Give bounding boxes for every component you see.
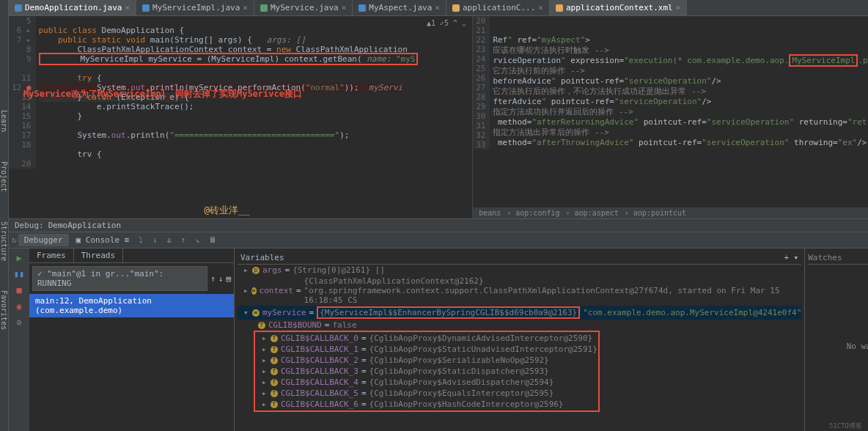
run-to-cursor-icon[interactable]: ↘ — [195, 235, 200, 245]
close-icon[interactable]: × — [125, 3, 130, 12]
sidetab-project[interactable]: Project — [0, 161, 8, 192]
var-cb6[interactable]: ▸f CGLIB$CALLBACK_6 = {CglibAopProxy$Has… — [256, 399, 597, 410]
frames-tab[interactable]: Frames — [29, 248, 74, 262]
no-watches: No watches — [808, 265, 868, 428]
var-cb4[interactable]: ▸f CGLIB$CALLBACK_4 = {CglibAopProxy$Adv… — [256, 377, 597, 388]
xml-icon — [556, 4, 563, 12]
code-area[interactable]: Ref" ref="myAspect"> 应该在哪些方法执行时触发 --> rv… — [490, 16, 868, 150]
step-out-icon[interactable]: ↑ — [181, 235, 186, 245]
console-tab[interactable]: ▣ Console ≡ — [70, 234, 136, 246]
variables-panel: Variables + ▾ ▸p args = {String[0]@2161}… — [235, 248, 868, 431]
tab-appctx2[interactable]: applicationContext.xml× — [550, 0, 687, 15]
interface-icon — [260, 4, 268, 12]
resume-icon[interactable]: ▶ — [16, 253, 21, 263]
xml-icon — [452, 4, 460, 12]
debug-sidebar: ▶ ▮▮ ■ ◉ ⊘ — [9, 248, 29, 431]
step-over-icon[interactable]: ⤵ — [139, 235, 143, 245]
var-context[interactable]: ▸≡ context = {ClassPathXmlApplicationCon… — [238, 276, 801, 306]
sidetab-favorites[interactable]: Favorites — [0, 290, 8, 330]
class-icon — [142, 4, 150, 12]
var-bound[interactable]: f CGLIB$BOUND = false — [238, 320, 801, 331]
tool-window-bar[interactable]: Learn Project Structure Favorites — [0, 0, 9, 431]
close-icon[interactable]: × — [435, 3, 440, 12]
sidetab-learn[interactable]: Learn — [0, 110, 8, 132]
var-myservice[interactable]: ▾≡ myService = {MyServiceImpl$$EnhancerB… — [238, 306, 801, 320]
pause-icon[interactable]: ▮▮ — [14, 269, 24, 279]
watches-hdr: Watches — [808, 251, 868, 265]
view-bp-icon[interactable]: ◉ — [16, 301, 21, 312]
left-editor[interactable]: ▲1 ✓5 ^ ⌄ 56 ▸7 ▸891112 ●13141516171820 … — [9, 16, 473, 218]
editor-tabs: DemoApplication.java× MyServiceImpl.java… — [9, 0, 868, 16]
sidetab-structure[interactable]: Structure — [0, 221, 8, 261]
gutter[interactable]: 2021222324252627282930313233 — [473, 16, 490, 150]
class-icon — [15, 4, 22, 12]
watermark: @砖业洋__ — [204, 204, 249, 217]
red-annotation: MyService改为了MyServiceImpl，同时去掉了实现MySeriv… — [23, 88, 302, 100]
restart-icon[interactable]: ↻ — [12, 235, 17, 245]
step-toolbar: ⤵ ↓ ⇊ ↑ ↘ 🖩 — [136, 235, 219, 245]
breadcrumb[interactable]: beans› aop:config› aop:aspect› aop:point… — [473, 207, 868, 218]
tab-myserviceimpl[interactable]: MyServiceImpl.java× — [136, 0, 254, 15]
next-frame-icon[interactable]: ↓ — [218, 274, 224, 284]
close-icon[interactable]: × — [342, 3, 347, 12]
var-cb0[interactable]: ▸f CGLIB$CALLBACK_0 = {CglibAopProxy$Dyn… — [256, 333, 597, 344]
var-cb1[interactable]: ▸f CGLIB$CALLBACK_1 = {CglibAopProxy$Sta… — [256, 344, 597, 355]
frames-panel: Frames Threads ✓ "main"@1 in gr..."main"… — [29, 248, 235, 431]
debug-config[interactable]: DemoApplication — [48, 221, 121, 230]
force-step-icon[interactable]: ⇊ — [166, 235, 172, 245]
debug-label: Debug: — [15, 221, 44, 230]
close-icon[interactable]: × — [538, 3, 543, 12]
close-icon[interactable]: × — [243, 3, 248, 12]
class-icon — [358, 4, 366, 12]
prev-frame-icon[interactable]: ↑ — [210, 274, 216, 284]
thread-selector[interactable]: ✓ "main"@1 in gr..."main": RUNNING — [32, 266, 207, 291]
watches-panel: Watches No watches — [804, 248, 868, 431]
right-editor[interactable]: ✓ 2021222324252627282930313233 Ref" ref=… — [473, 16, 868, 218]
var-cb5[interactable]: ▸f CGLIB$CALLBACK_5 = {CglibAopProxy$Equ… — [256, 388, 597, 399]
mute-bp-icon[interactable]: ⊘ — [16, 317, 21, 328]
variables-hdr: Variables — [240, 253, 284, 262]
var-cb3[interactable]: ▸f CGLIB$CALLBACK_3 = {CglibAopProxy$Sta… — [256, 366, 597, 377]
debug-panel: Debug: DemoApplication ⚙ — ↻ Debugger ▣ … — [9, 218, 868, 431]
evaluate-icon[interactable]: 🖩 — [209, 235, 217, 245]
close-icon[interactable]: × — [676, 3, 681, 12]
var-cb2[interactable]: ▸f CGLIB$CALLBACK_2 = {CglibAopProxy$Ser… — [256, 355, 597, 366]
tab-myservice[interactable]: MyService.java× — [254, 0, 353, 15]
tab-appctx1[interactable]: applicationC...× — [446, 0, 550, 15]
tab-myaspect[interactable]: MyAspect.java× — [353, 0, 446, 15]
stack-frame[interactable]: main:12, DemoApplication (com.example.de… — [29, 294, 234, 317]
debugger-tab[interactable]: Debugger — [18, 234, 69, 246]
watermark-corner: 51CTO博客 — [829, 421, 862, 431]
filter-icon[interactable]: ▤ — [226, 274, 231, 284]
tab-demoapplication[interactable]: DemoApplication.java× — [9, 0, 136, 15]
var-args[interactable]: ▸p args = {String[0]@2161} [] — [238, 265, 801, 276]
stop-icon[interactable]: ■ — [16, 285, 21, 295]
add-watch-icon[interactable]: + ▾ — [784, 253, 798, 262]
step-into-icon[interactable]: ↓ — [152, 235, 158, 245]
threads-tab[interactable]: Threads — [74, 248, 123, 262]
inspection-status[interactable]: ▲1 ✓5 ^ ⌄ — [427, 19, 466, 27]
